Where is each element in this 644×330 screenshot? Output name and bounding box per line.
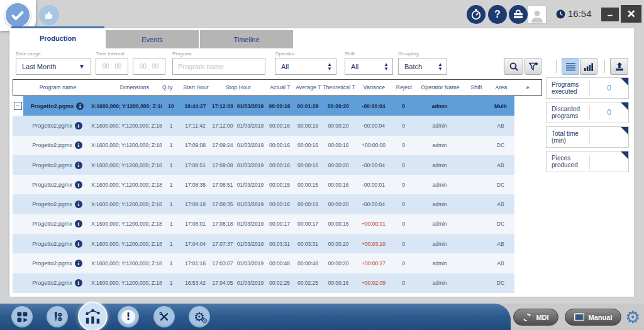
area-cell: DC	[487, 280, 514, 286]
column-area[interactable]: Area	[487, 84, 515, 91]
table-row[interactable]: Progetto2.pgmxi X:1600,000; Y:1200,000; …	[13, 155, 514, 175]
nav-statistics-button[interactable]	[78, 302, 108, 330]
theoretical-t-cell: 00:00:20	[322, 241, 355, 247]
operator-select[interactable]: All ▲▼	[275, 58, 336, 75]
nav-settings-button[interactable]: ⚙ ⚙	[189, 306, 210, 327]
info-icon[interactable]: i	[75, 240, 82, 248]
table-row[interactable]: Progetto2.pgmxi X:1600,000; Y:1200,000; …	[13, 214, 514, 234]
column-theoretical[interactable]: Theoretical T	[323, 84, 355, 91]
manual-panel-icon	[574, 313, 584, 321]
tab-timeline[interactable]: Timeline	[200, 30, 293, 48]
application-window: ? 16:54 – ✕ Production Events Timeline D…	[0, 0, 644, 330]
program-name-cell: Progetto2.pgmxi	[23, 279, 91, 287]
list-view-button[interactable]	[562, 58, 579, 75]
manual-button[interactable]: Manual	[565, 309, 621, 326]
info-icon[interactable]: i	[75, 141, 82, 149]
minimize-button[interactable]: –	[601, 8, 619, 21]
table-row[interactable]: Progetto2.pgmxi X:1600,000; Y:1200,000; …	[13, 253, 514, 273]
table-row[interactable]: Progetto2.pgmxi X:1600,000; Y:1200,000; …	[13, 273, 514, 293]
column-shift[interactable]: Shift	[465, 84, 487, 91]
column-average[interactable]: Average T	[294, 84, 323, 91]
user-button[interactable]	[528, 5, 547, 24]
actual-t-cell: 00:02:25	[265, 280, 294, 286]
nav-tooling-button[interactable]	[47, 306, 68, 327]
column-start-hour[interactable]: Start Hour	[181, 84, 211, 91]
help-button[interactable]: ?	[488, 5, 507, 24]
toolbox-button[interactable]	[509, 5, 528, 24]
info-icon[interactable]: i	[75, 260, 82, 267]
actual-t-cell: 00:00:16	[265, 162, 294, 168]
tab-production[interactable]: Production	[11, 28, 104, 48]
column-dimensions[interactable]: Dimensions	[92, 84, 162, 91]
expand-cell[interactable]: −	[13, 102, 23, 110]
tab-events[interactable]: Events	[106, 30, 199, 48]
nav-alarms-button[interactable]: !	[118, 306, 139, 327]
stopwatch-button[interactable]	[467, 5, 486, 24]
program-name-input[interactable]	[172, 58, 265, 75]
operator-cell: admin	[414, 260, 465, 267]
clock-icon	[556, 9, 565, 21]
theoretical-t-cell: 00:00:20	[322, 201, 355, 207]
more-columns-button[interactable]: »	[515, 84, 540, 91]
info-icon[interactable]: i	[75, 220, 82, 228]
table-row[interactable]: Progetto2.pgmxi X:1600,000; Y:1200,000; …	[13, 194, 514, 214]
column-variance[interactable]: Variance	[355, 84, 393, 91]
column-operator-name[interactable]: Operator Name	[415, 84, 465, 91]
column-reject[interactable]: Reject	[393, 84, 415, 91]
shift-select[interactable]: All ▲▼	[345, 58, 393, 75]
info-icon[interactable]: i	[75, 201, 82, 208]
stopwatch-icon	[470, 8, 482, 21]
info-icon[interactable]: i	[75, 279, 82, 287]
reject-cell: 0	[392, 142, 414, 148]
start-hour-cell: 17:08:01	[180, 221, 210, 227]
mdi-button[interactable]: MDI	[513, 309, 558, 326]
info-icon[interactable]: i	[75, 122, 82, 129]
close-button[interactable]: ✕	[621, 5, 641, 23]
operator-cell: admin	[414, 162, 465, 168]
dimensions-cell: X:1600,000; Y:1200,000; Z:18,0	[91, 142, 162, 148]
stop-date-cell: 01/03/2019	[235, 241, 265, 247]
column-actual[interactable]: Actual T	[266, 84, 294, 91]
qty-cell: 1	[162, 182, 180, 188]
info-icon[interactable]: i	[75, 181, 82, 189]
program-name-cell: Progetto2.pgmxi	[23, 102, 91, 110]
nav-programs-button[interactable]	[11, 306, 33, 327]
collapse-row-button[interactable]: −	[14, 102, 22, 110]
nav-maintenance-button[interactable]	[153, 306, 175, 327]
thumbs-up-button[interactable]	[39, 5, 59, 25]
area-cell: AB	[487, 241, 514, 247]
table-header: Program name Dimensions Q.ty Start Hour …	[13, 79, 542, 96]
column-stop-hour[interactable]: Stop Hour	[211, 84, 266, 91]
info-icon[interactable]: i	[76, 102, 84, 110]
chevron-down-icon: ▼	[79, 63, 85, 70]
table-row[interactable]: Progetto2.pgmxi X:1600,000; Y:1200,000; …	[13, 234, 514, 253]
info-icon[interactable]: i	[75, 162, 82, 169]
program-label: Program	[172, 51, 192, 57]
filter-button[interactable]	[525, 58, 541, 75]
average-t-cell: 00:03:31	[294, 241, 322, 247]
footer-settings-gear-icon[interactable]: ⚙	[625, 307, 640, 327]
export-button[interactable]	[610, 58, 628, 75]
time-to-input[interactable]: 00 : 00	[133, 58, 165, 75]
time-from-input[interactable]: 00 : 00	[96, 58, 128, 75]
actual-t-cell: 00:00:17	[265, 221, 294, 227]
column-program-name[interactable]: Program name	[24, 84, 92, 91]
chart-view-button[interactable]	[580, 58, 597, 75]
table-row[interactable]: − Progetto2.pgmxi X:1600,000; Y:1200,000…	[13, 96, 514, 116]
program-name-cell: Progetto2.pgmxi	[23, 201, 91, 208]
divider	[604, 60, 605, 73]
start-hour-cell: 16:44:27	[180, 103, 210, 109]
column-qty[interactable]: Q.ty	[162, 84, 181, 91]
confirm-button[interactable]	[4, 2, 31, 28]
program-name-cell: Progetto2.pgmxi	[23, 162, 91, 169]
table-row[interactable]: Progetto2.pgmxi X:1600,000; Y:1200,000; …	[13, 175, 514, 194]
date-range-select[interactable]: Last Month ▼	[16, 58, 91, 75]
grouping-select[interactable]: Batch ▲▼	[398, 58, 447, 75]
table-row[interactable]: Progetto2.pgmxi X:1600,000; Y:1200,000; …	[13, 136, 514, 155]
table-row[interactable]: Progetto2.pgmxi X:1600,000; Y:1200,000; …	[13, 116, 514, 135]
program-name-cell: Progetto2.pgmxi	[23, 141, 91, 149]
operator-cell: admin	[414, 123, 465, 129]
settings-gear-small-icon: ⚙	[201, 317, 208, 325]
average-t-cell: 00:01:29	[294, 103, 322, 109]
search-button[interactable]	[504, 58, 523, 75]
